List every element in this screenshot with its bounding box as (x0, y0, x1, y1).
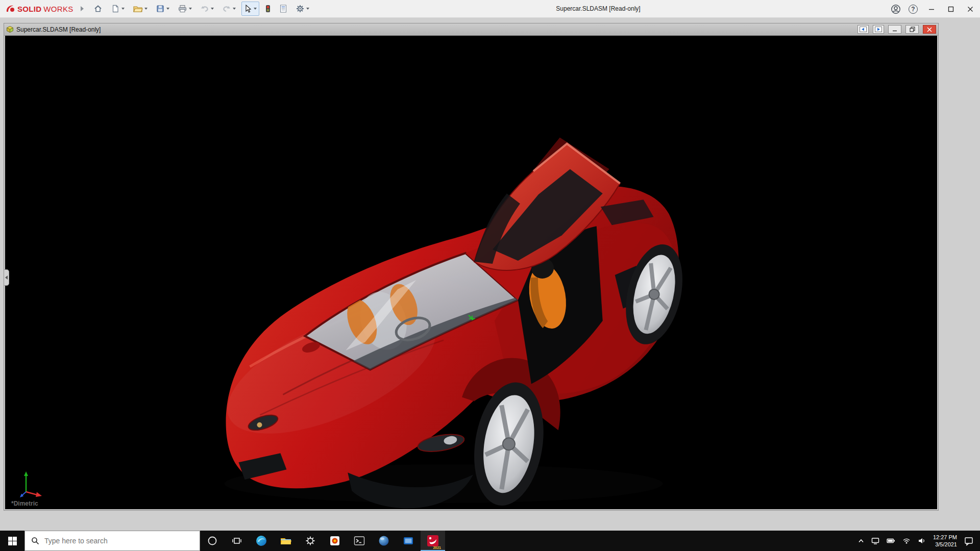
settings-gear-icon (305, 535, 316, 546)
task-view-button[interactable] (225, 531, 249, 551)
redo-icon (222, 5, 231, 13)
new-document-icon (111, 4, 120, 13)
maximize-button[interactable] (941, 0, 961, 18)
undo-icon (200, 5, 209, 13)
print-dropdown-arrow-icon[interactable] (189, 8, 192, 10)
file-properties-icon (279, 4, 287, 13)
collapse-arrow-icon (5, 276, 8, 280)
options-button[interactable] (293, 2, 312, 16)
ds-logo-icon (5, 4, 15, 13)
task-view-icon (232, 536, 242, 546)
undo-button[interactable] (198, 2, 216, 16)
maximize-icon (948, 6, 954, 12)
taskbar-clock[interactable]: 12:27 PM 3/5/2021 (933, 534, 957, 548)
view-orientation-label: *Dimetric (11, 500, 38, 507)
tray-network-button[interactable] (902, 537, 911, 544)
battery-icon (887, 537, 895, 545)
open-button[interactable] (130, 2, 150, 16)
split-pane-right-button[interactable] (873, 25, 884, 34)
minimize-icon (928, 6, 935, 12)
redo-dropdown-arrow-icon[interactable] (233, 8, 236, 10)
print-icon (178, 4, 187, 13)
start-button[interactable] (0, 531, 24, 551)
wifi-icon (902, 537, 911, 544)
home-icon (93, 4, 103, 13)
home-button[interactable] (91, 2, 105, 16)
new-dropdown-arrow-icon[interactable] (121, 8, 125, 10)
solidworks-logo: SOLIDWORKS (0, 4, 77, 13)
select-button[interactable] (241, 2, 259, 16)
assembly-cube-icon (6, 26, 14, 33)
edge-browser-button[interactable] (249, 531, 274, 551)
open-dropdown-arrow-icon[interactable] (144, 8, 148, 10)
windows-logo-icon (8, 537, 17, 545)
account-button[interactable] (887, 0, 904, 18)
doc-restore-icon (910, 27, 915, 32)
graphics-viewport[interactable]: *Dimetric (5, 36, 937, 509)
pinned-sphere-app-button[interactable] (372, 531, 396, 551)
save-icon (156, 4, 165, 13)
solidworks-taskbar-button[interactable]: 2021 (421, 531, 445, 551)
close-button[interactable] (961, 0, 980, 18)
redo-button[interactable] (219, 2, 238, 16)
taskbar: 2021 (0, 531, 980, 551)
blue-panel-app-icon (403, 535, 414, 546)
doc-close-button[interactable] (923, 25, 936, 34)
brand-works: WORKS (43, 5, 73, 13)
hidden-icons-button[interactable] (858, 538, 864, 543)
document-title: Supercar.SLDASM [Read-only] (16, 26, 101, 33)
cortana-button[interactable] (200, 531, 225, 551)
select-dropdown-arrow-icon[interactable] (254, 8, 257, 10)
print-button[interactable] (175, 2, 194, 16)
document-window: Supercar.SLDASM [Read-only] (4, 23, 939, 511)
search-icon (31, 537, 39, 545)
doc-minimize-icon (892, 27, 897, 32)
split-pane-left-icon (860, 27, 867, 32)
doc-minimize-button[interactable] (888, 25, 901, 34)
app-window-title: Supercar.SLDASM [Read-only] (556, 5, 640, 12)
edge-icon (256, 535, 267, 546)
system-tray: 12:27 PM 3/5/2021 (858, 531, 980, 551)
monitor-icon (871, 537, 879, 545)
undo-dropdown-arrow-icon[interactable] (211, 8, 214, 10)
help-icon: ? (909, 5, 918, 14)
toolbar-expand-chevron-icon[interactable] (81, 6, 84, 11)
new-document-button[interactable] (108, 2, 127, 16)
split-pane-left-button[interactable] (857, 25, 869, 34)
solidworks-year-badge: 2021 (433, 546, 441, 549)
document-titlebar[interactable]: Supercar.SLDASM [Read-only] (4, 23, 938, 36)
settings-app-button[interactable] (298, 531, 323, 551)
panel-collapse-tab[interactable] (4, 269, 9, 286)
options-gear-icon (296, 4, 305, 13)
chevron-up-icon (858, 538, 864, 543)
clock-time: 12:27 PM (933, 534, 957, 541)
save-dropdown-arrow-icon[interactable] (166, 8, 169, 10)
tray-monitor-button[interactable] (871, 537, 879, 545)
options-dropdown-arrow-icon[interactable] (306, 8, 309, 10)
rebuild-traffic-light-icon (265, 4, 271, 13)
file-properties-button[interactable] (277, 2, 290, 16)
supercar-3d-render (5, 36, 937, 509)
taskbar-search[interactable] (24, 531, 200, 551)
help-button[interactable]: ? (904, 0, 922, 18)
save-button[interactable] (153, 2, 172, 16)
terminal-icon (354, 535, 365, 546)
tray-battery-button[interactable] (887, 537, 895, 545)
tray-volume-button[interactable] (918, 537, 926, 545)
search-input[interactable] (44, 537, 182, 545)
app-titlebar: SOLIDWORKS (0, 0, 980, 18)
terminal-app-button[interactable] (347, 531, 372, 551)
doc-restore-button[interactable] (905, 25, 919, 34)
rebuild-button[interactable] (262, 2, 274, 16)
select-cursor-icon (244, 4, 252, 13)
file-explorer-button[interactable] (274, 531, 298, 551)
cortana-icon (207, 536, 217, 546)
clock-date: 3/5/2021 (933, 541, 957, 548)
solidworks-app-icon (427, 535, 439, 547)
minimize-button[interactable] (922, 0, 941, 18)
pinned-media-app-button[interactable] (323, 531, 347, 551)
pinned-panel-app-button[interactable] (396, 531, 421, 551)
doc-close-icon (927, 27, 932, 32)
file-explorer-icon (280, 536, 291, 545)
action-center-button[interactable] (964, 536, 974, 546)
